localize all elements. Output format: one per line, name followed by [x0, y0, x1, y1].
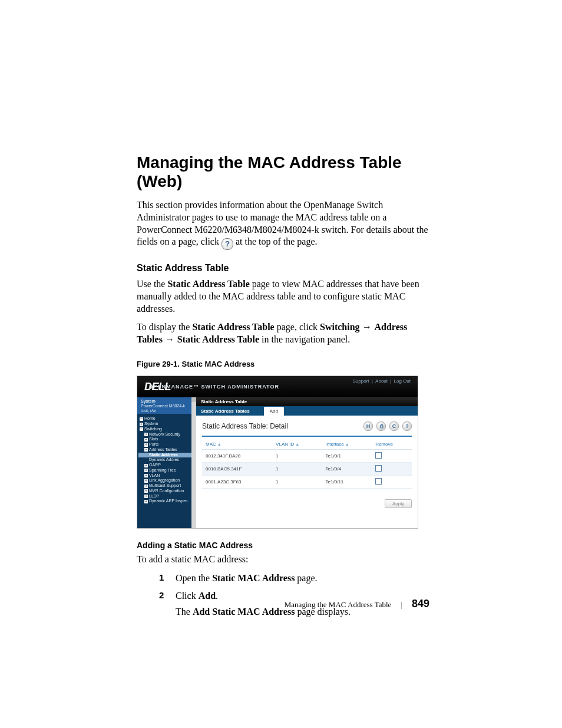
intro-paragraph: This section provides information about … [137, 199, 429, 250]
tree-label: Switching [144, 427, 162, 432]
static-address-table-heading: Static Address Table [137, 263, 429, 274]
cell-vlan: 1 [272, 463, 322, 476]
intro-tail: at the top of the page. [236, 236, 318, 246]
tree-label: Network Security [149, 432, 180, 437]
help-icon[interactable]: ? [402, 421, 412, 431]
tree-label: Slots [149, 437, 158, 442]
tree-label: Address Tables [149, 447, 177, 453]
tree-label: Link Aggregation [149, 478, 180, 483]
tree-item[interactable]: Static Address [138, 453, 195, 458]
tree-label: Home [144, 416, 156, 421]
help-icon: ? [222, 238, 233, 250]
step-1: Open the Static MAC Address page. [137, 572, 429, 585]
col-mac[interactable]: MAC▲ [202, 439, 272, 450]
collapse-icon[interactable] [140, 417, 143, 421]
expand-icon[interactable] [144, 495, 148, 498]
collapse-icon[interactable] [140, 427, 143, 431]
tree-item[interactable]: VLAN [138, 473, 195, 479]
about-link[interactable]: About [375, 378, 388, 384]
expand-icon[interactable] [144, 443, 148, 447]
detail-title: Static Address Table: Detail [202, 422, 288, 430]
col-vlan[interactable]: VLAN ID▲ [272, 439, 322, 450]
footer-title: Managing the MAC Address Table [285, 600, 392, 610]
expand-icon[interactable] [144, 464, 148, 467]
logout-link[interactable]: Log Out [394, 378, 411, 384]
tree-label: GARP [149, 463, 161, 468]
figure-caption: Figure 29-1. Static MAC Address [137, 360, 429, 368]
nav-tree[interactable]: HomeSystemSwitchingNetwork SecuritySlots… [137, 414, 196, 504]
scroll-up-icon[interactable] [191, 397, 196, 402]
tree-item[interactable]: System [138, 421, 195, 427]
refresh-icon[interactable]: C [389, 421, 399, 431]
tab-bar: Static Address Tables Add [196, 406, 418, 416]
tree-item[interactable]: Slots [138, 437, 195, 442]
tab-add[interactable]: Add [264, 407, 284, 416]
tree-item[interactable]: Spanning Tree [138, 468, 195, 473]
expand-icon[interactable] [144, 438, 148, 442]
tree-item[interactable]: Ports [138, 442, 195, 447]
expand-icon[interactable] [140, 423, 143, 426]
expand-icon[interactable] [144, 500, 148, 503]
expand-icon[interactable] [144, 469, 148, 472]
expand-icon[interactable] [144, 489, 148, 493]
cell-mac: 0001.A23C.3F63 [202, 476, 272, 489]
expand-icon[interactable] [144, 479, 148, 483]
mac-table: MAC▲ VLAN ID▲ Interface▲ Remove 0012.341… [202, 439, 412, 489]
remove-checkbox[interactable] [375, 478, 382, 485]
tree-label: Spanning Tree [149, 468, 176, 473]
page-heading: Managing the MAC Address Table (Web) [137, 153, 429, 191]
print-icon[interactable]: ⎙ [376, 421, 386, 431]
save-icon[interactable]: H [363, 421, 373, 431]
tree-item[interactable]: Home [138, 416, 195, 421]
tree-item[interactable]: Dynamic Addres [138, 457, 195, 463]
sidebar: System PowerConnect M8024-k root, r/w Ho… [137, 397, 196, 528]
tree-item[interactable]: MVR Configuration [138, 489, 195, 494]
cell-iface: Te1/0/1 [322, 450, 372, 463]
static-table-desc: Use the Static Address Table page to vie… [137, 278, 429, 315]
tree-item[interactable]: Link Aggregation [138, 478, 195, 483]
apply-button[interactable]: Apply [385, 499, 412, 508]
main-panel: Static Address Table Static Address Tabl… [196, 397, 418, 528]
remove-checkbox[interactable] [375, 465, 382, 472]
col-interface[interactable]: Interface▲ [322, 439, 372, 450]
tree-label: LLDP [149, 494, 160, 499]
cell-vlan: 1 [272, 476, 322, 489]
sidebar-header: System PowerConnect M8024-k root, r/w [137, 397, 196, 414]
expand-icon[interactable] [144, 474, 148, 477]
adding-static-mac-heading: Adding a Static MAC Address [137, 541, 429, 550]
breadcrumb: Static Address Table [196, 397, 418, 406]
tab-static-tables[interactable]: Static Address Tables [201, 409, 250, 414]
expand-icon[interactable] [144, 433, 148, 436]
cell-iface: Te1/0/11 [322, 476, 372, 489]
screenshot-figure: DELL OPENMANAGE™ SWITCH ADMINISTRATOR Su… [137, 375, 418, 529]
tree-item[interactable]: Address Tables [138, 447, 195, 453]
tree-label: Multicast Support [149, 483, 181, 489]
cell-mac: 0010.BAC5.341F [202, 463, 272, 476]
tree-item[interactable]: LLDP [138, 494, 195, 499]
tree-label: Static Address [149, 453, 178, 458]
tree-item[interactable]: Switching [138, 427, 195, 432]
app-titlebar: DELL OPENMANAGE™ SWITCH ADMINISTRATOR Su… [137, 376, 418, 397]
tree-item[interactable]: Dynamic ARP Inspec [138, 499, 195, 504]
table-row: 0001.A23C.3F631Te1/0/11 [202, 476, 412, 489]
sidebar-scrollbar[interactable] [191, 397, 196, 528]
tree-label: System [144, 421, 158, 427]
static-table-nav: To display the Static Address Table page… [137, 321, 429, 346]
expand-icon[interactable] [144, 485, 148, 488]
cell-vlan: 1 [272, 450, 322, 463]
page-number: 849 [412, 598, 429, 610]
support-link[interactable]: Support [353, 378, 369, 384]
page-footer: Managing the MAC Address Table | 849 [285, 598, 429, 610]
footer-sep: | [401, 600, 402, 610]
tree-item[interactable]: Network Security [138, 432, 195, 437]
remove-checkbox[interactable] [375, 452, 382, 459]
col-remove: Remove [372, 439, 412, 450]
collapse-icon[interactable] [144, 448, 148, 452]
tree-item[interactable]: Multicast Support [138, 483, 195, 489]
app-title: OPENMANAGE™ SWITCH ADMINISTRATOR [149, 384, 279, 390]
tree-item[interactable]: GARP [138, 463, 195, 468]
header-links: Support | About | Log Out [352, 378, 412, 384]
tree-label: Dynamic Addres [149, 457, 179, 463]
table-row: 0012.341F.BA281Te1/0/1 [202, 450, 412, 463]
cell-mac: 0012.341F.BA28 [202, 450, 272, 463]
